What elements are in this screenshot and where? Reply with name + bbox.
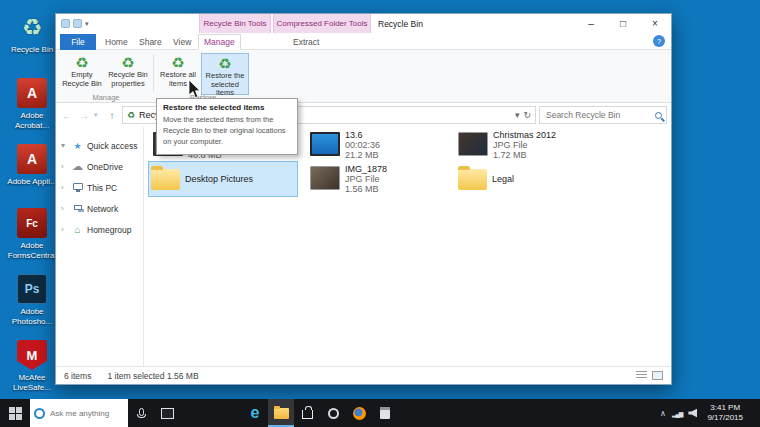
sidebar-item-quick-access[interactable]: ▾ ★ Quick access xyxy=(56,135,143,156)
mcafee-livesafe-icon: M xyxy=(17,340,47,370)
settings-button[interactable] xyxy=(320,399,346,427)
store-button[interactable] xyxy=(294,399,320,427)
tile-text: Desktop Pictures xyxy=(185,164,253,194)
formscentral-glyph: Fc xyxy=(26,218,38,229)
maximize-button[interactable]: □ xyxy=(607,14,639,33)
chevron-right-icon[interactable]: › xyxy=(61,204,68,213)
network-icon[interactable]: ▂▄▆ xyxy=(672,410,682,417)
volume-icon[interactable] xyxy=(688,409,697,418)
desktop-icon-recycle-bin[interactable]: ♻ Recycle Bin xyxy=(4,12,60,55)
tab-share[interactable]: Share xyxy=(134,34,167,50)
taskbar-clock[interactable]: 3:41 PM 9/17/2015 xyxy=(703,403,747,424)
desktop-icon-mcafee-livesafe[interactable]: M McAfee LiveSafe... xyxy=(4,340,60,392)
desktop-icon-adobe-acrobat[interactable]: A Adobe Acrobat... xyxy=(4,78,60,130)
edge-button[interactable]: e xyxy=(242,399,268,427)
chevron-right-icon[interactable]: › xyxy=(61,183,68,192)
restore-selected-items-button[interactable]: ♻ Restore the selected items xyxy=(201,53,249,95)
file-explorer-icon xyxy=(274,408,289,419)
cortana-icon xyxy=(34,408,45,419)
quick-access-toolbar[interactable]: ▾ xyxy=(61,14,89,33)
desktop-icon-adobe-photoshop[interactable]: Ps Adobe Photosho... xyxy=(4,274,60,326)
minimize-button[interactable]: – xyxy=(575,14,607,33)
desktop-icon-adobe-formscentral[interactable]: Fc Adobe FormsCentral xyxy=(4,208,60,260)
cortana-search-box[interactable] xyxy=(30,399,128,427)
tooltip-body: Move the selected items from the Recycle… xyxy=(163,115,291,148)
sidebar-item-network[interactable]: › Network xyxy=(56,198,143,219)
task-view-button[interactable] xyxy=(154,399,180,427)
desktop-icon-adobe-application[interactable]: A Adobe Appli... xyxy=(4,144,60,187)
photo-thumbnail-icon xyxy=(458,132,488,156)
firefox-button[interactable] xyxy=(346,399,372,427)
chevron-right-icon[interactable]: › xyxy=(61,225,68,234)
adobe-formscentral-icon: Fc xyxy=(17,208,47,238)
up-button[interactable]: ↑ xyxy=(105,110,119,121)
cortana-search-input[interactable] xyxy=(48,408,124,419)
photo-thumbnail-icon xyxy=(310,166,340,190)
recycle-bin-icon: ♻ xyxy=(218,56,231,71)
search-icon[interactable] xyxy=(655,112,662,119)
qat-dropdown-icon[interactable]: ▾ xyxy=(85,20,89,28)
sidebar-item-this-pc[interactable]: › This PC xyxy=(56,177,143,198)
search-input[interactable] xyxy=(544,109,653,121)
refresh-icon[interactable]: ↻ xyxy=(523,110,531,120)
back-button[interactable]: ← xyxy=(60,110,74,121)
tile-desktop-pictures[interactable]: Desktop Pictures xyxy=(149,162,297,196)
folder-icon xyxy=(151,169,180,190)
sidebar-item-homegroup[interactable]: › ⌂ Homegroup xyxy=(56,219,143,240)
empty-recycle-bin-button[interactable]: ♻ Empty Recycle Bin xyxy=(61,53,103,95)
details-view-icon[interactable] xyxy=(636,371,647,380)
recycle-glyph: ♻ xyxy=(22,14,43,41)
thumbnails-view-icon[interactable] xyxy=(652,371,663,380)
tile-text: IMG_1878 JPG File 1.56 MB xyxy=(345,164,387,194)
store-icon xyxy=(302,410,313,419)
recycle-bin-icon: ♻ xyxy=(171,55,184,70)
forward-button[interactable]: → xyxy=(77,110,91,121)
tile-img-1878[interactable]: IMG_1878 JPG File 1.56 MB xyxy=(308,162,456,196)
help-icon[interactable]: ? xyxy=(653,35,665,47)
file-meta: 00:02:36 xyxy=(345,140,380,150)
file-name: 13.6 xyxy=(345,130,380,140)
button-label: Recycle Bin properties xyxy=(105,71,151,88)
items-count: 6 items xyxy=(64,371,91,381)
computer-icon xyxy=(71,183,84,193)
tab-extract[interactable]: Extract xyxy=(288,34,324,50)
recycle-bin-properties-button[interactable]: ♻ Recycle Bin properties xyxy=(105,53,151,95)
tile-christmas-2012[interactable]: Christmas 2012 JPG File 1.72 MB xyxy=(456,128,604,162)
chevron-up-icon[interactable]: ∧ xyxy=(660,409,666,418)
status-bar: 6 items 1 item selected 1.56 MB xyxy=(56,366,671,384)
recycle-bin-icon: ♻ xyxy=(75,55,88,70)
qat-icon-2[interactable] xyxy=(73,19,82,28)
search-box[interactable] xyxy=(539,106,667,124)
file-explorer-button[interactable] xyxy=(268,399,294,427)
mouse-cursor xyxy=(188,79,201,103)
star-icon: ★ xyxy=(71,141,84,151)
selection-summary: 1 item selected 1.56 MB xyxy=(107,371,198,381)
file-meta: JPG File xyxy=(345,174,387,184)
tab-view[interactable]: View xyxy=(168,34,196,50)
calculator-button[interactable] xyxy=(372,399,398,427)
qat-icon-1[interactable] xyxy=(61,19,70,28)
address-bar-row: ← → ▾ ↑ ♻ Recycle Bin ▾ ↻ xyxy=(56,103,671,127)
address-dropdown-icon[interactable]: ▾ xyxy=(515,110,520,120)
file-size: 1.72 MB xyxy=(493,150,556,160)
sidebar-item-onedrive[interactable]: › ☁ OneDrive xyxy=(56,156,143,177)
chevron-down-icon[interactable]: ▾ xyxy=(61,141,68,150)
chevron-right-icon[interactable]: › xyxy=(61,162,68,171)
tab-home[interactable]: Home xyxy=(100,34,133,50)
tile-13-6[interactable]: 13.6 00:02:36 21.2 MB xyxy=(308,128,456,162)
window-controls: – □ × xyxy=(575,14,671,33)
acrobat-glyph: A xyxy=(27,85,37,101)
tooltip-title: Restore the selected items xyxy=(163,103,291,112)
sidebar-item-label: Network xyxy=(87,204,118,214)
firefox-icon xyxy=(353,407,366,420)
button-label: Empty Recycle Bin xyxy=(61,71,103,88)
mic-button[interactable] xyxy=(128,399,154,427)
tile-legal[interactable]: Legal xyxy=(456,162,604,196)
close-button[interactable]: × xyxy=(639,14,671,33)
history-dropdown-icon[interactable]: ▾ xyxy=(94,111,102,119)
adobe-application-icon: A xyxy=(17,144,47,174)
start-button[interactable] xyxy=(0,399,30,427)
file-meta: JPG File xyxy=(493,140,556,150)
tab-file[interactable]: File xyxy=(60,34,96,50)
tab-manage[interactable]: Manage xyxy=(198,34,241,50)
